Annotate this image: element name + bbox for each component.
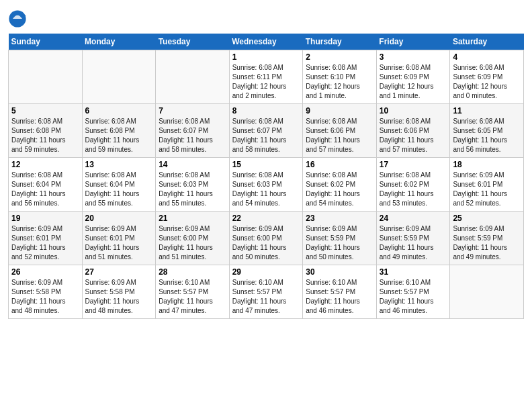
day-number: 7: [159, 106, 226, 116]
calendar-cell: 21Sunrise: 6:09 AM Sunset: 6:00 PM Dayli…: [156, 212, 230, 265]
calendar-cell: 18Sunrise: 6:09 AM Sunset: 6:01 PM Dayli…: [450, 158, 524, 212]
calendar-cell: 16Sunrise: 6:08 AM Sunset: 6:02 PM Dayli…: [303, 158, 377, 212]
calendar-week-4: 19Sunrise: 6:09 AM Sunset: 6:01 PM Dayli…: [9, 212, 524, 265]
calendar-cell: 6Sunrise: 6:08 AM Sunset: 6:08 PM Daylig…: [82, 104, 156, 158]
weekday-header-thursday: Thursday: [303, 34, 377, 50]
calendar-week-2: 5Sunrise: 6:08 AM Sunset: 6:08 PM Daylig…: [9, 104, 524, 158]
day-number: 17: [380, 160, 447, 169]
day-info: Sunrise: 6:09 AM Sunset: 5:59 PM Dayligh…: [380, 224, 447, 262]
calendar-cell: 7Sunrise: 6:08 AM Sunset: 6:07 PM Daylig…: [156, 104, 230, 158]
day-info: Sunrise: 6:08 AM Sunset: 6:08 PM Dayligh…: [85, 117, 153, 154]
weekday-row: SundayMondayTuesdayWednesdayThursdayFrid…: [9, 34, 524, 50]
day-number: 11: [453, 106, 521, 116]
day-number: 20: [85, 214, 153, 223]
day-number: 10: [380, 106, 447, 116]
calendar-cell: 13Sunrise: 6:08 AM Sunset: 6:04 PM Dayli…: [82, 158, 156, 212]
calendar-cell: 5Sunrise: 6:08 AM Sunset: 6:08 PM Daylig…: [9, 104, 83, 158]
day-number: 4: [453, 52, 521, 62]
weekday-header-tuesday: Tuesday: [156, 34, 230, 50]
weekday-header-saturday: Saturday: [450, 34, 524, 50]
day-info: Sunrise: 6:10 AM Sunset: 5:57 PM Dayligh…: [159, 278, 226, 316]
calendar-cell: 28Sunrise: 6:10 AM Sunset: 5:57 PM Dayli…: [156, 265, 230, 319]
day-info: Sunrise: 6:08 AM Sunset: 6:09 PM Dayligh…: [380, 63, 447, 101]
day-info: Sunrise: 6:08 AM Sunset: 6:02 PM Dayligh…: [306, 171, 373, 208]
day-number: 15: [232, 160, 300, 169]
day-number: 6: [85, 106, 153, 116]
day-number: 31: [380, 267, 447, 277]
day-info: Sunrise: 6:08 AM Sunset: 6:09 PM Dayligh…: [453, 63, 521, 101]
day-info: Sunrise: 6:10 AM Sunset: 5:57 PM Dayligh…: [232, 278, 300, 316]
calendar-cell: 12Sunrise: 6:08 AM Sunset: 6:04 PM Dayli…: [9, 158, 83, 212]
page-container: SundayMondayTuesdayWednesdayThursdayFrid…: [0, 0, 532, 324]
day-info: Sunrise: 6:08 AM Sunset: 6:02 PM Dayligh…: [380, 171, 447, 208]
calendar-cell: 24Sunrise: 6:09 AM Sunset: 5:59 PM Dayli…: [376, 212, 450, 265]
day-number: 1: [232, 52, 300, 62]
day-number: 13: [85, 160, 153, 169]
day-info: Sunrise: 6:08 AM Sunset: 6:03 PM Dayligh…: [232, 171, 300, 208]
day-info: Sunrise: 6:09 AM Sunset: 5:59 PM Dayligh…: [306, 224, 373, 262]
day-info: Sunrise: 6:09 AM Sunset: 5:59 PM Dayligh…: [453, 224, 521, 262]
calendar-body: 1Sunrise: 6:08 AM Sunset: 6:11 PM Daylig…: [9, 50, 524, 319]
calendar-cell: [82, 50, 156, 104]
day-info: Sunrise: 6:08 AM Sunset: 6:06 PM Dayligh…: [306, 117, 373, 154]
day-number: 16: [306, 160, 373, 169]
calendar-cell: 22Sunrise: 6:09 AM Sunset: 6:00 PM Dayli…: [229, 212, 303, 265]
day-number: 9: [306, 106, 373, 116]
calendar-cell: 3Sunrise: 6:08 AM Sunset: 6:09 PM Daylig…: [376, 50, 450, 104]
calendar-cell: [9, 50, 83, 104]
calendar-cell: 14Sunrise: 6:08 AM Sunset: 6:03 PM Dayli…: [156, 158, 230, 212]
day-number: 30: [306, 267, 373, 277]
calendar-cell: [156, 50, 230, 104]
calendar-cell: 29Sunrise: 6:10 AM Sunset: 5:57 PM Dayli…: [229, 265, 303, 319]
day-info: Sunrise: 6:08 AM Sunset: 6:03 PM Dayligh…: [159, 171, 226, 208]
calendar-cell: 19Sunrise: 6:09 AM Sunset: 6:01 PM Dayli…: [9, 212, 83, 265]
calendar-cell: 4Sunrise: 6:08 AM Sunset: 6:09 PM Daylig…: [450, 50, 524, 104]
day-info: Sunrise: 6:09 AM Sunset: 5:58 PM Dayligh…: [85, 278, 153, 316]
day-number: 29: [232, 267, 300, 277]
day-number: 8: [232, 106, 300, 116]
calendar-header: SundayMondayTuesdayWednesdayThursdayFrid…: [9, 34, 524, 50]
day-info: Sunrise: 6:08 AM Sunset: 6:07 PM Dayligh…: [159, 117, 226, 154]
weekday-header-wednesday: Wednesday: [229, 34, 303, 50]
calendar-cell: 25Sunrise: 6:09 AM Sunset: 5:59 PM Dayli…: [450, 212, 524, 265]
day-number: 2: [306, 52, 373, 62]
day-info: Sunrise: 6:09 AM Sunset: 5:58 PM Dayligh…: [11, 278, 79, 316]
day-number: 24: [380, 214, 447, 223]
weekday-header-friday: Friday: [376, 34, 450, 50]
day-info: Sunrise: 6:08 AM Sunset: 6:08 PM Dayligh…: [11, 117, 79, 154]
day-info: Sunrise: 6:08 AM Sunset: 6:05 PM Dayligh…: [453, 117, 521, 154]
day-info: Sunrise: 6:08 AM Sunset: 6:10 PM Dayligh…: [306, 63, 373, 101]
day-number: 23: [306, 214, 373, 223]
day-number: 21: [159, 214, 226, 223]
day-number: 25: [453, 214, 521, 223]
calendar-week-5: 26Sunrise: 6:09 AM Sunset: 5:58 PM Dayli…: [9, 265, 524, 319]
calendar-table: SundayMondayTuesdayWednesdayThursdayFrid…: [8, 34, 524, 319]
day-info: Sunrise: 6:08 AM Sunset: 6:04 PM Dayligh…: [11, 171, 79, 208]
calendar-cell: 10Sunrise: 6:08 AM Sunset: 6:06 PM Dayli…: [376, 104, 450, 158]
calendar-cell: 17Sunrise: 6:08 AM Sunset: 6:02 PM Dayli…: [376, 158, 450, 212]
day-number: 5: [11, 106, 79, 116]
weekday-header-monday: Monday: [82, 34, 156, 50]
weekday-header-sunday: Sunday: [9, 34, 83, 50]
calendar-cell: 11Sunrise: 6:08 AM Sunset: 6:05 PM Dayli…: [450, 104, 524, 158]
day-info: Sunrise: 6:10 AM Sunset: 5:57 PM Dayligh…: [380, 278, 447, 316]
calendar-cell: [450, 265, 524, 319]
day-number: 14: [159, 160, 226, 169]
header: [8, 7, 524, 28]
logo-icon: [8, 9, 27, 28]
calendar-cell: 23Sunrise: 6:09 AM Sunset: 5:59 PM Dayli…: [303, 212, 377, 265]
day-number: 28: [159, 267, 226, 277]
day-info: Sunrise: 6:09 AM Sunset: 6:01 PM Dayligh…: [85, 224, 153, 262]
day-info: Sunrise: 6:09 AM Sunset: 6:00 PM Dayligh…: [159, 224, 226, 262]
calendar-cell: 26Sunrise: 6:09 AM Sunset: 5:58 PM Dayli…: [9, 265, 83, 319]
day-info: Sunrise: 6:08 AM Sunset: 6:04 PM Dayligh…: [85, 171, 153, 208]
day-info: Sunrise: 6:09 AM Sunset: 6:00 PM Dayligh…: [232, 224, 300, 262]
day-number: 18: [453, 160, 521, 169]
calendar-cell: 20Sunrise: 6:09 AM Sunset: 6:01 PM Dayli…: [82, 212, 156, 265]
day-number: 26: [11, 267, 79, 277]
day-info: Sunrise: 6:10 AM Sunset: 5:57 PM Dayligh…: [306, 278, 373, 316]
day-number: 12: [11, 160, 79, 169]
day-info: Sunrise: 6:08 AM Sunset: 6:07 PM Dayligh…: [232, 117, 300, 154]
calendar-cell: 8Sunrise: 6:08 AM Sunset: 6:07 PM Daylig…: [229, 104, 303, 158]
day-info: Sunrise: 6:09 AM Sunset: 6:01 PM Dayligh…: [11, 224, 79, 262]
